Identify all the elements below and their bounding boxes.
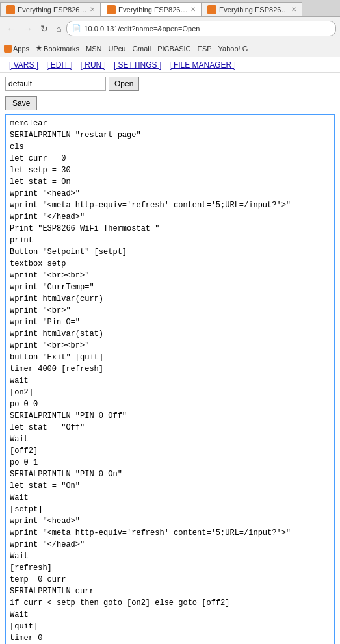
tab-icon-1 — [6, 5, 15, 14]
browser-tabs: Everything ESP8266 - ✕ Everything ESP826… — [0, 0, 340, 17]
bookmark-bookmarks-label: Bookmarks — [44, 45, 79, 53]
address-bar[interactable]: 📄 10.0.0.131/edit?name=&open=Open — [66, 21, 336, 36]
bookmark-esp[interactable]: ESP — [198, 45, 212, 53]
bookmark-upcu-label: UPcu — [109, 45, 126, 53]
reload-button[interactable]: ↻ — [38, 22, 51, 35]
open-row: Open — [5, 77, 335, 91]
tab-1[interactable]: Everything ESP8266 - ✕ — [0, 2, 101, 16]
tab-label-1: Everything ESP8266 - — [18, 6, 87, 14]
tab-close-1[interactable]: ✕ — [90, 6, 95, 13]
address-text: 10.0.0.131/edit?name=&open=Open — [84, 25, 330, 32]
save-row: Save — [5, 96, 335, 114]
menu-run[interactable]: [ RUN ] — [77, 59, 110, 71]
tab-close-3[interactable]: ✕ — [291, 6, 296, 13]
menu-edit[interactable]: [ EDIT ] — [42, 59, 76, 71]
bookmark-esp-label: ESP — [198, 45, 212, 53]
code-editor[interactable]: memclear SERIALPRINTLN "restart page" cl… — [5, 114, 335, 644]
tab-2[interactable]: Everything ESP8266 - ✕ — [101, 2, 202, 16]
bookmark-yahoo[interactable]: Yahoo! G — [218, 45, 248, 53]
open-button[interactable]: Open — [109, 77, 139, 91]
bookmark-picbasic[interactable]: PICBASIC — [157, 45, 190, 53]
forward-button[interactable]: → — [21, 22, 35, 35]
bookmark-apps-icon — [4, 45, 12, 53]
menu-file-manager[interactable]: [ FILE MANAGER ] — [165, 59, 240, 71]
home-button[interactable]: ⌂ — [53, 22, 64, 35]
tab-label-2: Everything ESP8266 - — [118, 6, 188, 14]
address-icon: 📄 — [72, 24, 81, 32]
save-button[interactable]: Save — [5, 96, 37, 110]
bookmark-apps[interactable]: Apps — [4, 45, 29, 53]
page-content: Open Save memclear SERIALPRINTLN "restar… — [0, 73, 340, 644]
tab-close-2[interactable]: ✕ — [190, 6, 196, 13]
navigation-bar: ← → ↻ ⌂ 📄 10.0.0.131/edit?name=&open=Ope… — [0, 17, 340, 40]
star-icon: ★ — [36, 44, 42, 53]
bookmark-apps-label: Apps — [13, 45, 29, 53]
bookmark-picbasic-label: PICBASIC — [157, 45, 190, 53]
tab-label-3: Everything ESP8266 - — [219, 6, 289, 14]
tab-icon-2 — [107, 5, 116, 14]
bookmark-bookmarks[interactable]: ★ Bookmarks — [36, 44, 79, 53]
bookmarks-bar: Apps ★ Bookmarks MSN UPcu Gmail PICBASIC… — [0, 40, 340, 57]
bookmark-msn-label: MSN — [86, 45, 101, 53]
menu-bar: [ VARS ] [ EDIT ] [ RUN ] [ SETTINGS ] [… — [0, 57, 340, 73]
tab-3[interactable]: Everything ESP8266 - ✕ — [202, 2, 302, 16]
menu-settings[interactable]: [ SETTINGS ] — [110, 59, 165, 71]
menu-vars[interactable]: [ VARS ] — [5, 59, 42, 71]
back-button[interactable]: ← — [4, 22, 18, 35]
bookmark-yahoo-label: Yahoo! G — [218, 45, 248, 53]
bookmark-upcu[interactable]: UPcu — [109, 45, 126, 53]
bookmark-msn[interactable]: MSN — [86, 45, 101, 53]
filename-input[interactable] — [5, 77, 106, 91]
bookmark-gmail-label: Gmail — [132, 45, 151, 53]
tab-icon-3 — [207, 5, 216, 14]
bookmark-gmail[interactable]: Gmail — [132, 45, 151, 53]
